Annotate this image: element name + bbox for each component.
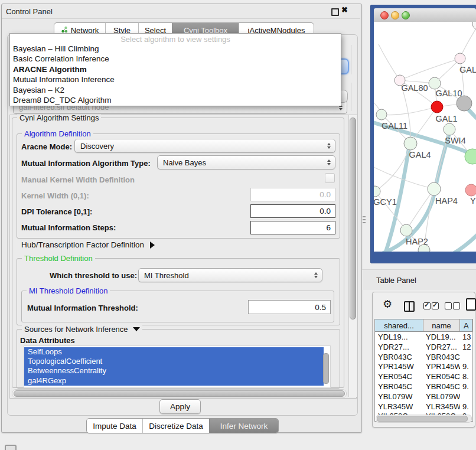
network-node-gal1[interactable]	[431, 101, 443, 113]
deselect-all-checkbox-icon[interactable]	[453, 302, 460, 309]
table-cell: 8.	[462, 372, 472, 381]
network-edge[interactable]	[379, 44, 400, 80]
table-row[interactable]: YBR043CYBR043C	[375, 352, 472, 362]
dpi-tolerance-field[interactable]: 0.0	[250, 204, 335, 218]
groupbox-fragment	[351, 45, 351, 74]
table-cell: YDL19...	[426, 332, 460, 341]
table-row[interactable]: YDL19...YDL19...13	[375, 332, 472, 342]
table-cell: YPR145W	[378, 362, 424, 371]
column-header-shared-[interactable]: shared...	[375, 319, 423, 332]
node-label-gal1: GAL1	[435, 114, 457, 123]
algorithm-option-list: Bayesian – Hill ClimbingBasic Correlatio…	[12, 44, 339, 105]
network-edge[interactable]	[467, 108, 476, 123]
table-cell: 9.	[462, 382, 472, 391]
network-node-swi4[interactable]	[444, 123, 455, 135]
select-all-checkbox-icon[interactable]	[423, 302, 431, 309]
sources-group-title[interactable]: Sources for Network Inference	[22, 325, 142, 334]
table-cell: 9.	[462, 362, 472, 371]
network-node-gal[interactable]	[455, 53, 465, 64]
table-hscrollbar-thumb[interactable]	[377, 416, 468, 422]
aracne-mode-value: Discovery	[80, 142, 114, 151]
select-all-checkbox-icon[interactable]	[432, 302, 439, 309]
network-node-gal4[interactable]	[404, 137, 417, 150]
combo-arrows-icon	[314, 272, 318, 278]
algorithm-option[interactable]: Bayesian – K2	[12, 85, 339, 95]
close-panel-icon[interactable]: ✖	[341, 5, 348, 14]
kernel-width-value: 0.0	[319, 190, 331, 199]
node-label-gal11: GAL11	[382, 121, 407, 131]
network-node[interactable]	[472, 22, 476, 30]
gear-icon[interactable]: ⚙	[383, 299, 392, 309]
node-label-gal10: GAL10	[435, 89, 462, 98]
data-attributes-list[interactable]: SelfLoopsTopologicalCoefficientBetweenne…	[24, 345, 331, 388]
attribute-list-item[interactable]: gal4RGexp	[24, 376, 324, 386]
table-cell: 9.	[462, 402, 472, 411]
network-window-titlebar[interactable]	[374, 8, 476, 22]
bottom-tab-infer-network[interactable]: Infer Network	[209, 419, 278, 433]
network-node-gal10[interactable]	[429, 77, 441, 89]
minimize-window-icon[interactable]	[391, 11, 399, 19]
new-table-icon[interactable]	[466, 298, 476, 311]
deselect-all-checkbox-icon[interactable]	[445, 302, 452, 309]
mi-algorithm-type-combo[interactable]: Naive Bayes	[157, 155, 335, 169]
zoom-window-icon[interactable]	[402, 11, 410, 19]
table-row[interactable]: YPR145WYPR145W9.	[375, 361, 472, 371]
which-threshold-combo[interactable]: MI Threshold	[138, 268, 322, 282]
hub-definition-label: Hub/Transcription Factor Definition	[21, 240, 144, 249]
table-cell: YDR27...	[426, 343, 460, 351]
column-header-name[interactable]: name	[423, 319, 460, 332]
minimized-panel-icon[interactable]	[5, 445, 17, 450]
algorithm-option[interactable]: Dream8 DC_TDC Algorithm	[12, 95, 339, 105]
float-panel-icon[interactable]	[331, 8, 339, 16]
mi-threshold-field[interactable]: 0.5	[248, 300, 331, 314]
network-edge[interactable]	[454, 232, 476, 252]
columns-icon[interactable]	[404, 301, 415, 312]
attribute-list-item[interactable]: BetweennessCentrality	[24, 366, 324, 376]
settings-hscrollbar-thumb[interactable]	[14, 390, 345, 397]
table-row[interactable]: YLR345WYLR345W9.	[375, 402, 472, 412]
network-node-gcy1[interactable]	[374, 186, 380, 197]
column-header-a[interactable]: A	[460, 319, 472, 332]
mi-steps-field[interactable]: 6	[250, 221, 335, 234]
network-edge[interactable]	[400, 58, 460, 80]
network-canvas[interactable]: GALGAL80GAL10GAL1GAL11SWI4GAL4GCY1HAP4YH…	[374, 22, 476, 252]
table-cell: YER054C	[378, 372, 424, 381]
table-cell: 12	[462, 343, 472, 351]
threshold-definition-title: Threshold Definition	[22, 254, 95, 263]
network-node-hap4[interactable]	[428, 182, 441, 195]
algorithm-option[interactable]: Bayesian – Hill Climbing	[12, 44, 339, 54]
network-edge[interactable]	[460, 24, 476, 58]
algorithm-option[interactable]: Mutual Information Inference	[12, 74, 339, 84]
network-edge[interactable]	[382, 107, 437, 115]
algorithm-dropdown-placeholder: Select algorithm to view settings	[10, 35, 341, 44]
bottom-tab-discretize-data[interactable]: Discretize Data	[142, 419, 209, 433]
close-window-icon[interactable]	[380, 11, 389, 19]
kernel-width-field[interactable]: 0.0	[250, 188, 335, 201]
groupbox-fragment	[351, 83, 351, 111]
kernel-width-label: Kernel Width (0,1):	[21, 191, 89, 200]
bottom-tab-impute-data[interactable]: Impute Data	[87, 419, 142, 433]
network-node-y[interactable]	[465, 184, 476, 196]
settings-vscrollbar-thumb[interactable]	[350, 118, 356, 319]
hub-definition-toggle[interactable]: Hub/Transcription Factor Definition	[21, 240, 155, 249]
network-node-gal11[interactable]	[376, 109, 387, 120]
attribute-list-item[interactable]: TopologicalCoefficient	[24, 357, 324, 366]
table-cell: YBR043C	[426, 353, 460, 361]
attributes-vscrollbar-thumb[interactable]	[323, 353, 329, 384]
manual-kernel-width-checkbox[interactable]	[325, 173, 335, 183]
apply-button[interactable]: Apply	[159, 399, 201, 414]
algorithm-option[interactable]: Basic Correlation Inference	[12, 54, 339, 64]
table-row[interactable]: YER054CYER054C8.	[375, 371, 472, 381]
collapse-down-icon	[133, 327, 140, 331]
aracne-mode-combo[interactable]: Discovery	[74, 139, 335, 153]
attribute-list-item[interactable]: SelfLoops	[24, 347, 324, 357]
mi-threshold-value: 0.5	[315, 303, 326, 312]
table-row[interactable]: YBL079WYBL079W	[375, 392, 472, 402]
table-row[interactable]: YBR045CYBR045C9.	[375, 381, 472, 392]
algorithm-option[interactable]: ARACNE Algorithm	[12, 64, 339, 74]
panel-splitter-grip[interactable]	[363, 216, 366, 224]
network-node-hap2[interactable]	[400, 224, 412, 236]
mi-algorithm-type-value: Naive Bayes	[163, 158, 206, 167]
table-row[interactable]: YDR27...YDR27...12	[375, 342, 472, 352]
node-table[interactable]: shared...nameAYDL19...YDL19...13YDR27...…	[374, 319, 473, 422]
